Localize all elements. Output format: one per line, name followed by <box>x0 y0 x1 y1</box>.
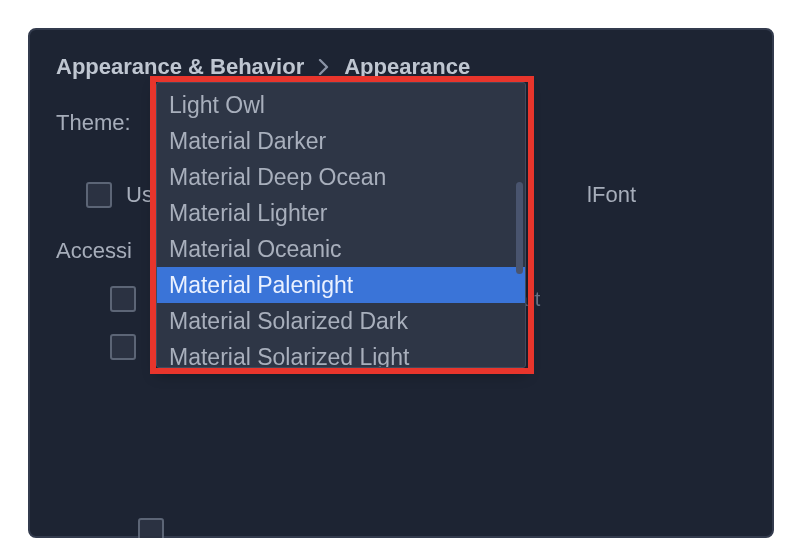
breadcrumb-parent[interactable]: Appearance & Behavior <box>56 54 304 80</box>
theme-option[interactable]: Material Solarized Light <box>157 339 525 367</box>
theme-option[interactable]: Material Darker <box>157 123 525 159</box>
theme-option[interactable]: Material Palenight <box>157 267 525 303</box>
theme-dropdown-popup: Light OwlMaterial DarkerMaterial Deep Oc… <box>156 82 526 368</box>
theme-option[interactable]: Material Deep Ocean <box>157 159 525 195</box>
theme-label: Theme: <box>56 110 131 136</box>
theme-option[interactable]: Material Lighter <box>157 195 525 231</box>
theme-option[interactable]: Material Oceanic <box>157 231 525 267</box>
breadcrumb-current: Appearance <box>344 54 470 80</box>
theme-option[interactable]: Light Owl <box>157 87 525 123</box>
font-suffix: lFont <box>587 182 746 208</box>
theme-dropdown-list[interactable]: Light OwlMaterial DarkerMaterial Deep Oc… <box>156 82 526 368</box>
theme-option[interactable]: Material Solarized Dark <box>157 303 525 339</box>
dropdown-scrollbar[interactable] <box>516 182 523 274</box>
partial-row <box>84 518 178 538</box>
chevron-right-icon <box>318 59 330 75</box>
screen-readers-checkbox[interactable] <box>110 286 136 312</box>
use-custom-font-checkbox[interactable] <box>86 182 112 208</box>
partial-checkbox[interactable] <box>138 518 164 538</box>
contrast-scrollbars-checkbox[interactable] <box>110 334 136 360</box>
breadcrumb: Appearance & Behavior Appearance <box>56 54 746 80</box>
